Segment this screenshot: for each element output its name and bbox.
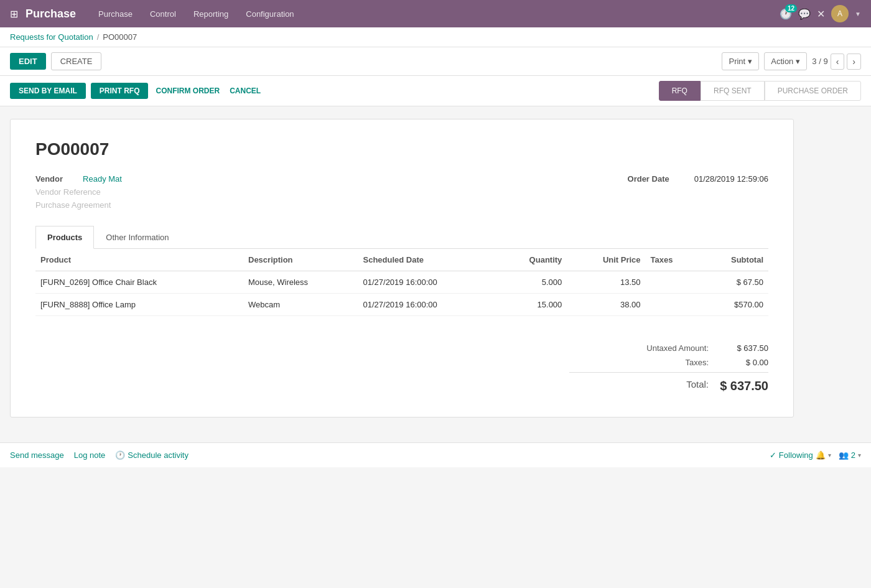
- purchase-agreement-row: Purchase Agreement: [35, 200, 122, 210]
- left-fields: Vendor Ready Mat Vendor Reference Purcha…: [35, 174, 122, 213]
- vendor-value[interactable]: Ready Mat: [83, 174, 122, 184]
- nav-menu: Purchase Control Reporting Configuration: [91, 6, 780, 22]
- chat-icon[interactable]: 💬: [798, 8, 811, 20]
- row1-product: [FURN_0269] Office Chair Black: [35, 271, 243, 294]
- order-date-row: Order Date 01/28/2019 12:59:06: [159, 174, 768, 184]
- edit-button[interactable]: EDIT: [10, 53, 46, 70]
- followers-button[interactable]: 👥 2 ▾: [839, 450, 861, 460]
- app-title: Purchase: [26, 7, 76, 21]
- confirm-order-button[interactable]: CONFIRM ORDER: [153, 83, 222, 99]
- nav-configuration[interactable]: Configuration: [238, 6, 301, 22]
- tab-products[interactable]: Products: [35, 226, 94, 249]
- untaxed-label: Untaxed Amount:: [569, 343, 719, 353]
- schedule-activity-button[interactable]: 🕐 Schedule activity: [115, 450, 189, 460]
- following-chevron-icon: ▾: [828, 452, 831, 459]
- breadcrumb-parent[interactable]: Requests for Quotation: [10, 32, 93, 42]
- close-icon[interactable]: ✕: [817, 8, 825, 20]
- taxes-row: Taxes: $ 0.00: [569, 355, 768, 370]
- col-quantity: Quantity: [496, 249, 567, 271]
- document-card: PO00007 Vendor Ready Mat Vendor Referenc…: [10, 119, 794, 418]
- untaxed-value: $ 637.50: [719, 343, 768, 353]
- vendor-ref-row: Vendor Reference: [35, 187, 122, 197]
- following-button[interactable]: ✓ Following 🔔 ▾: [770, 450, 831, 460]
- totals-section: Untaxed Amount: $ 637.50 Taxes: $ 0.00 T…: [35, 341, 768, 397]
- chatter-right: ✓ Following 🔔 ▾ 👥 2 ▾: [770, 450, 861, 460]
- sub-header: Requests for Quotation / PO00007: [0, 27, 871, 47]
- tabs: Products Other Information: [35, 226, 768, 249]
- people-icon: 👥: [839, 450, 849, 460]
- col-product: Product: [35, 249, 243, 271]
- row2-unit-price: 38.00: [567, 294, 645, 316]
- chatter-bar: Send message Log note 🕐 Schedule activit…: [0, 442, 871, 467]
- taxes-value: $ 0.00: [719, 358, 768, 367]
- order-date-value: 01/28/2019 12:59:06: [694, 174, 768, 184]
- row2-product: [FURN_8888] Office Lamp: [35, 294, 243, 316]
- avatar-dropdown-icon[interactable]: ▼: [855, 11, 861, 17]
- pager-prev-button[interactable]: ‹: [831, 54, 845, 70]
- top-navigation: ⊞ Purchase Purchase Control Reporting Co…: [0, 0, 871, 27]
- row2-scheduled-date: 01/27/2019 16:00:00: [358, 294, 497, 316]
- col-description: Description: [243, 249, 358, 271]
- row2-quantity: 15.000: [496, 294, 567, 316]
- following-label: Following: [779, 450, 813, 460]
- action-label: Action: [771, 57, 793, 66]
- print-label: Print: [729, 57, 745, 66]
- right-fields: Order Date 01/28/2019 12:59:06: [159, 174, 768, 213]
- nav-purchase[interactable]: Purchase: [91, 6, 140, 22]
- print-rfq-button[interactable]: PRINT RFQ: [91, 83, 149, 99]
- bell-icon: 🔔: [816, 450, 826, 460]
- pager-next-button[interactable]: ›: [847, 54, 861, 70]
- followers-count: 2: [851, 450, 855, 460]
- row1-scheduled-date: 01/27/2019 16:00:00: [358, 271, 497, 294]
- total-label: Total:: [569, 379, 719, 393]
- schedule-activity-label: Schedule activity: [128, 450, 189, 460]
- step-rfq-sent[interactable]: RFQ SENT: [701, 81, 765, 101]
- breadcrumb-separator: /: [97, 32, 100, 42]
- vendor-ref-label: Vendor Reference: [35, 187, 101, 197]
- nav-control[interactable]: Control: [142, 6, 184, 22]
- row2-taxes: [646, 294, 699, 316]
- action-button[interactable]: Action ▾: [764, 52, 807, 70]
- col-unit-price: Unit Price: [567, 249, 645, 271]
- create-button[interactable]: CREATE: [51, 52, 102, 70]
- vendor-row: Vendor Ready Mat: [35, 174, 122, 184]
- col-subtotal: Subtotal: [699, 249, 768, 271]
- totals-table: Untaxed Amount: $ 637.50 Taxes: $ 0.00 T…: [569, 341, 768, 397]
- row1-unit-price: 13.50: [567, 271, 645, 294]
- row1-description: Mouse, Wireless: [243, 271, 358, 294]
- grid-icon[interactable]: ⊞: [10, 8, 18, 20]
- send-message-button[interactable]: Send message: [10, 450, 64, 460]
- step-purchase-order[interactable]: PURCHASE ORDER: [765, 81, 861, 101]
- workflow-steps: RFQ RFQ SENT PURCHASE ORDER: [659, 81, 861, 101]
- action-chevron-icon: ▾: [796, 57, 800, 66]
- row2-description: Webcam: [243, 294, 358, 316]
- checkmark-icon: ✓: [770, 450, 776, 460]
- pager: 3 / 9 ‹ ›: [812, 54, 861, 70]
- print-button[interactable]: Print ▾: [722, 52, 759, 70]
- row2-subtotal: $570.00: [699, 294, 768, 316]
- log-note-button[interactable]: Log note: [74, 450, 106, 460]
- col-scheduled-date: Scheduled Date: [358, 249, 497, 271]
- cancel-button[interactable]: CANCEL: [227, 83, 263, 99]
- avatar-initials: A: [837, 9, 842, 18]
- purchase-agreement-label: Purchase Agreement: [35, 200, 111, 210]
- document-title: PO00007: [35, 139, 768, 159]
- print-chevron-icon: ▾: [748, 57, 752, 66]
- send-by-email-button[interactable]: SEND BY EMAIL: [10, 83, 86, 99]
- taxes-label: Taxes:: [569, 358, 719, 367]
- nav-reporting[interactable]: Reporting: [186, 6, 236, 22]
- table-row[interactable]: [FURN_0269] Office Chair Black Mouse, Wi…: [35, 271, 768, 294]
- tab-other-information[interactable]: Other Information: [94, 226, 180, 249]
- clock-badge-container[interactable]: 🕐 12: [780, 8, 792, 20]
- table-row[interactable]: [FURN_8888] Office Lamp Webcam 01/27/201…: [35, 294, 768, 316]
- totals-divider: [569, 372, 768, 373]
- pager-text: 3 / 9: [812, 57, 827, 66]
- avatar[interactable]: A: [831, 5, 849, 22]
- row1-subtotal: $ 67.50: [699, 271, 768, 294]
- total-row: Total: $ 637.50: [569, 375, 768, 397]
- followers-chevron-icon: ▾: [858, 452, 861, 459]
- step-rfq[interactable]: RFQ: [659, 81, 701, 101]
- table-header-row: Product Description Scheduled Date Quant…: [35, 249, 768, 271]
- clock-badge-count: 12: [785, 4, 797, 12]
- total-value: $ 637.50: [719, 379, 768, 393]
